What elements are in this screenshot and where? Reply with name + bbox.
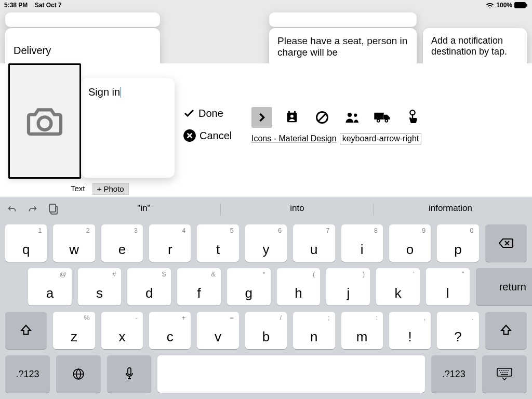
bg-card [269,12,417,27]
key-numeric-left[interactable]: .?123 [5,355,50,393]
key-h[interactable]: (h [277,268,321,305]
icon-choice-touch[interactable] [402,107,423,128]
svg-rect-23 [128,368,131,375]
photo-placeholder[interactable] [8,63,81,179]
svg-point-11 [354,114,357,117]
wifi-icon [486,2,494,8]
icon-choice-contact[interactable] [282,107,302,128]
key-a[interactable]: @a [28,268,72,305]
key-i[interactable]: 8i [341,224,383,262]
svg-rect-6 [288,111,290,113]
key-shift-left[interactable] [5,312,47,349]
key-f[interactable]: &f [177,268,221,305]
svg-point-2 [38,117,51,130]
svg-point-14 [378,120,379,122]
status-date: Sat Oct 7 [35,2,62,9]
text-input-value: Sign in [88,86,120,98]
done-label: Done [198,108,223,119]
card-text: Add a notification destination by tap. [431,35,518,57]
key-s[interactable]: #s [78,268,122,305]
cancel-button[interactable]: Cancel [183,129,232,142]
undo-button[interactable] [5,203,19,216]
key-backspace[interactable] [485,224,527,262]
icon-choice-block[interactable] [312,107,332,128]
key-w[interactable]: 2w [53,224,95,262]
key-p[interactable]: 0p [437,224,478,262]
battery-icon [514,2,528,8]
svg-point-5 [290,115,294,118]
key-return[interactable]: return [476,268,532,305]
key-d[interactable]: $d [127,268,171,305]
icon-name-display: keyboard-arrow-right [340,133,422,144]
battery-percent: 100% [496,2,512,9]
key-n[interactable]: ;n [293,312,335,349]
key-space[interactable] [157,355,425,393]
key-u[interactable]: 7u [293,224,335,262]
close-circle-icon [183,129,196,142]
key-o[interactable]: 9o [389,224,431,262]
svg-rect-7 [294,111,296,113]
svg-rect-19 [49,204,56,212]
icon-choice-truck[interactable] [372,107,393,128]
tab-photo[interactable]: + Photo [92,183,129,195]
check-icon [183,107,195,119]
key-x[interactable]: -x [101,312,143,349]
tab-text[interactable]: Text [66,183,89,195]
key-l[interactable]: "l [426,268,470,305]
cancel-label: Cancel [200,130,232,142]
svg-rect-0 [514,2,526,8]
key-mic[interactable] [107,355,152,393]
svg-line-9 [318,114,326,121]
card-title: Delivery [14,45,152,57]
key-r[interactable]: 4r [149,224,191,262]
svg-point-16 [385,120,387,122]
key-globe[interactable] [56,355,101,393]
key-?[interactable]: .? [437,312,478,349]
key-m[interactable]: :m [341,312,383,349]
key-q[interactable]: 1q [5,224,47,262]
key-e[interactable]: 3e [101,224,143,262]
status-time: 5:38 PM [4,2,28,9]
clipboard-button[interactable] [47,203,60,216]
key-g[interactable]: *g [227,268,271,305]
svg-rect-1 [526,4,527,7]
key-![interactable]: ,! [389,312,431,349]
key-k[interactable]: 'k [376,268,420,305]
key-v[interactable]: =v [197,312,238,349]
redo-button[interactable] [26,203,39,216]
key-dismiss-keyboard[interactable] [482,355,527,393]
icon-choice-arrow-right[interactable] [251,107,272,128]
status-bar: 5:38 PM Sat Oct 7 100% [0,0,532,10]
bg-card [5,12,160,27]
key-shift-right[interactable] [485,312,527,349]
done-button[interactable]: Done [183,107,232,119]
text-input-card[interactable]: Sign in [81,78,175,178]
key-z[interactable]: %z [53,312,95,349]
icon-picker: Icons - Material Design keyboard-arrow-r… [251,107,423,144]
key-t[interactable]: 5t [197,224,238,262]
card-text: Please have a seat, person in charge wil… [277,35,408,58]
icons-link[interactable]: Icons - Material Design [251,134,337,143]
onscreen-keyboard: "in" into information 1q2w3e4r5t6y7u8i9o… [0,197,532,399]
icon-choice-group[interactable] [342,107,363,128]
svg-point-10 [348,113,352,117]
text-cursor [121,87,121,98]
key-b[interactable]: /b [245,312,287,349]
key-numeric-right[interactable]: .?123 [431,355,476,393]
key-y[interactable]: 6y [245,224,287,262]
key-j[interactable]: )j [326,268,370,305]
suggestion-3[interactable]: information [374,203,527,216]
camera-icon [24,105,65,137]
svg-rect-12 [374,113,383,119]
suggestion-1[interactable]: "in" [68,203,220,216]
key-c[interactable]: +c [149,312,191,349]
suggestion-2[interactable]: into [221,203,374,216]
